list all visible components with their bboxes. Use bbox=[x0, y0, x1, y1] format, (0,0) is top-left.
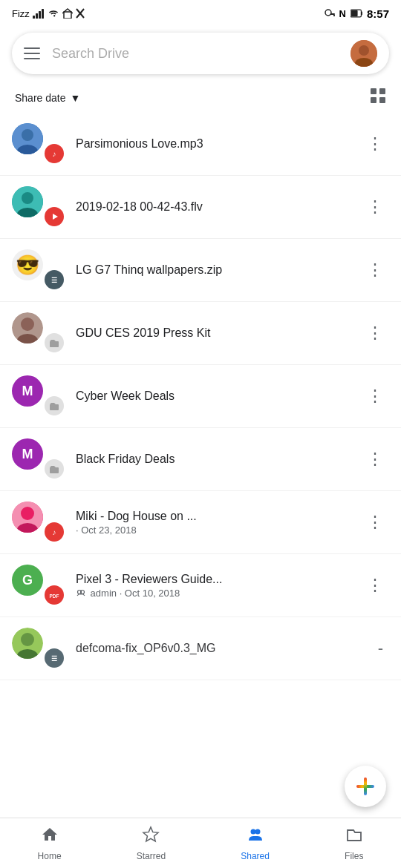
file-type-icon bbox=[43, 332, 65, 354]
list-item[interactable]: ☰ defcoma-fix_OP6v0.3_MG - bbox=[0, 617, 401, 680]
view-toggle-button[interactable] bbox=[370, 88, 386, 108]
svg-rect-36 bbox=[50, 341, 59, 347]
nav-item-files[interactable]: Files bbox=[345, 826, 363, 861]
shared-icon bbox=[76, 589, 86, 598]
file-type-icon: ☰ bbox=[43, 269, 65, 291]
file-info: defcoma-fix_OP6v0.3_MG bbox=[76, 642, 372, 655]
list-item[interactable]: M Black Friday Deals ⋮ bbox=[0, 428, 401, 491]
search-bar[interactable]: Search Drive bbox=[12, 33, 389, 74]
svg-point-7 bbox=[325, 10, 331, 16]
more-options-button[interactable]: ⋮ bbox=[361, 194, 389, 220]
files-icon bbox=[345, 826, 363, 848]
more-options-button[interactable]: ⋮ bbox=[361, 447, 389, 472]
svg-rect-19 bbox=[379, 97, 385, 103]
svg-text:☰: ☰ bbox=[51, 277, 57, 284]
sharer-avatar bbox=[12, 628, 43, 659]
list-item[interactable]: 2019-02-18 00-42-43.flv ⋮ bbox=[0, 176, 401, 239]
fab-add-button[interactable] bbox=[345, 766, 386, 807]
svg-rect-0 bbox=[33, 16, 35, 19]
file-item-icons bbox=[12, 312, 65, 354]
file-name: Pixel 3 - Reviewers Guide... bbox=[76, 573, 361, 586]
nav-label-shared: Shared bbox=[241, 851, 270, 861]
svg-point-42 bbox=[21, 507, 34, 520]
sort-row: Share date ▼ bbox=[0, 80, 401, 113]
file-date: admin · Oct 10, 2018 bbox=[76, 588, 361, 599]
sharer-avatar bbox=[12, 312, 43, 343]
list-item[interactable]: G PDF Pixel 3 - Reviewers Guide... admin… bbox=[0, 554, 401, 617]
svg-point-51 bbox=[21, 633, 34, 646]
svg-text:♪: ♪ bbox=[53, 528, 56, 536]
more-options-button[interactable]: ⋮ bbox=[361, 510, 389, 535]
svg-rect-16 bbox=[371, 88, 376, 94]
file-item-icons bbox=[12, 186, 65, 228]
list-item[interactable]: 😎 ☰ LG G7 Thinq wallpapers.zip ⋮ bbox=[0, 239, 401, 302]
file-info: GDU CES 2019 Press Kit bbox=[76, 326, 361, 340]
add-plus-icon bbox=[355, 776, 376, 797]
list-item[interactable]: ♪ Miki - Dog House on ... · Oct 23, 2018… bbox=[0, 491, 401, 554]
svg-point-58 bbox=[255, 829, 260, 834]
file-type-icon: ♪ bbox=[43, 521, 65, 543]
file-name: Black Friday Deals bbox=[76, 453, 361, 466]
more-options-button[interactable]: - bbox=[372, 636, 389, 661]
file-item-icons: G PDF bbox=[12, 565, 65, 606]
file-info: Cyber Week Deals bbox=[76, 389, 361, 403]
nav-label-home: Home bbox=[38, 851, 62, 861]
file-name: 2019-02-18 00-42-43.flv bbox=[76, 200, 361, 214]
svg-point-14 bbox=[359, 45, 369, 56]
list-item[interactable]: M Cyber Week Deals ⋮ bbox=[0, 365, 401, 428]
grid-view-icon bbox=[370, 88, 386, 104]
file-type-icon: ☰ bbox=[43, 647, 65, 669]
shared-icon bbox=[247, 826, 264, 848]
more-options-button[interactable]: ⋮ bbox=[361, 131, 389, 157]
signal-icon bbox=[33, 8, 45, 19]
sharer-avatar bbox=[12, 186, 43, 217]
key-icon bbox=[325, 8, 335, 19]
more-options-button[interactable]: ⋮ bbox=[361, 320, 389, 346]
status-bar: Fizz N bbox=[0, 0, 401, 27]
bottom-nav: Home Starred Shared Files bbox=[0, 818, 401, 868]
list-item[interactable]: GDU CES 2019 Press Kit ⋮ bbox=[0, 302, 401, 365]
svg-rect-2 bbox=[39, 11, 41, 19]
svg-point-26 bbox=[22, 192, 33, 204]
nav-label-files: Files bbox=[345, 851, 363, 861]
x-icon bbox=[76, 8, 85, 19]
more-options-button[interactable]: ⋮ bbox=[361, 257, 389, 283]
sharer-avatar: G bbox=[12, 565, 43, 596]
nav-item-home[interactable]: Home bbox=[38, 826, 62, 861]
status-left: Fizz bbox=[12, 8, 85, 19]
file-info: Miki - Dog House on ... · Oct 23, 2018 bbox=[76, 510, 361, 536]
file-type-icon: ♪ bbox=[43, 142, 65, 165]
more-options-button[interactable]: ⋮ bbox=[361, 384, 389, 409]
svg-rect-40 bbox=[50, 467, 59, 473]
file-type-icon bbox=[43, 458, 65, 480]
svg-rect-18 bbox=[371, 97, 376, 103]
svg-text:PDF: PDF bbox=[50, 594, 59, 599]
svg-point-21 bbox=[22, 129, 33, 141]
user-avatar[interactable] bbox=[351, 40, 377, 67]
file-name: LG G7 Thinq wallpapers.zip bbox=[76, 263, 361, 277]
file-name: GDU CES 2019 Press Kit bbox=[76, 326, 361, 340]
sharer-avatar: M bbox=[12, 438, 43, 470]
nav-label-starred: Starred bbox=[137, 851, 166, 861]
more-options-button[interactable]: ⋮ bbox=[361, 573, 389, 598]
house-icon bbox=[62, 8, 73, 19]
sort-label[interactable]: Share date ▼ bbox=[15, 92, 80, 104]
home-icon bbox=[41, 826, 59, 848]
file-item-icons: 😎 ☰ bbox=[12, 249, 65, 291]
file-info: Parsimonious Love.mp3 bbox=[76, 137, 361, 151]
svg-point-33 bbox=[21, 318, 34, 331]
nav-item-starred[interactable]: Starred bbox=[137, 826, 166, 861]
battery-icon bbox=[351, 8, 362, 19]
svg-rect-8 bbox=[330, 13, 335, 15]
svg-rect-9 bbox=[333, 15, 335, 16]
list-item[interactable]: ♪ Parsimonious Love.mp3 ⋮ bbox=[0, 113, 401, 176]
nav-item-shared[interactable]: Shared bbox=[241, 826, 270, 861]
file-item-icons: M bbox=[12, 375, 65, 417]
svg-rect-11 bbox=[361, 12, 362, 16]
file-name: Miki - Dog House on ... bbox=[76, 510, 361, 523]
sort-arrow-icon: ▼ bbox=[71, 92, 81, 104]
search-placeholder[interactable]: Search Drive bbox=[52, 46, 351, 62]
carrier-label: Fizz bbox=[12, 8, 30, 19]
file-type-icon bbox=[43, 395, 65, 417]
hamburger-menu[interactable] bbox=[24, 47, 40, 59]
